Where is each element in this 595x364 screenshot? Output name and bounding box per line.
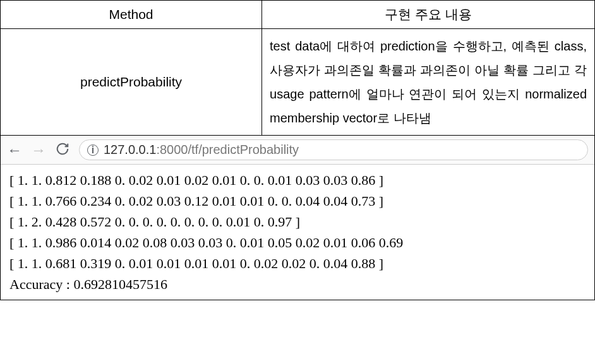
reload-icon[interactable] [55, 142, 70, 158]
table-row: predictProbability test data에 대하여 predic… [1, 29, 595, 136]
output-area: [ 1. 1. 0.812 0.188 0. 0.02 0.01 0.02 0.… [1, 165, 594, 300]
browser-row: ← → i 127.0.0.1:8000/tf/predictProbabili… [1, 136, 595, 300]
output-line: [ 1. 2. 0.428 0.572 0. 0. 0. 0. 0. 0. 0.… [9, 211, 586, 232]
output-line: [ 1. 1. 0.986 0.014 0.02 0.08 0.03 0.03 … [9, 232, 586, 253]
header-description: 구현 주요 내용 [262, 1, 595, 29]
method-name-cell: predictProbability [1, 29, 262, 136]
output-line: Accuracy : 0.692810457516 [9, 274, 586, 295]
url-port-path: :8000/tf/predictProbability [156, 143, 299, 156]
browser-toolbar: ← → i 127.0.0.1:8000/tf/predictProbabili… [1, 136, 594, 165]
output-line: [ 1. 1. 0.766 0.234 0. 0.02 0.03 0.12 0.… [9, 191, 586, 211]
back-icon[interactable]: ← [7, 143, 22, 158]
browser-container: ← → i 127.0.0.1:8000/tf/predictProbabili… [1, 136, 594, 300]
url-bar[interactable]: i 127.0.0.1:8000/tf/predictProbability [79, 139, 588, 160]
document-table: Method 구현 주요 내용 predictProbability test … [0, 0, 595, 300]
forward-icon[interactable]: → [31, 143, 46, 158]
method-description-cell: test data에 대하여 prediction을 수행하고, 예측된 cla… [262, 29, 595, 136]
url-text: 127.0.0.1:8000/tf/predictProbability [104, 143, 299, 157]
output-line: [ 1. 1. 0.681 0.319 0. 0.01 0.01 0.01 0.… [9, 253, 586, 274]
table-header-row: Method 구현 주요 내용 [1, 1, 595, 29]
output-line: [ 1. 1. 0.812 0.188 0. 0.02 0.01 0.02 0.… [9, 170, 586, 191]
header-method: Method [1, 1, 262, 29]
info-icon[interactable]: i [87, 144, 99, 156]
url-host: 127.0.0.1 [104, 143, 156, 156]
